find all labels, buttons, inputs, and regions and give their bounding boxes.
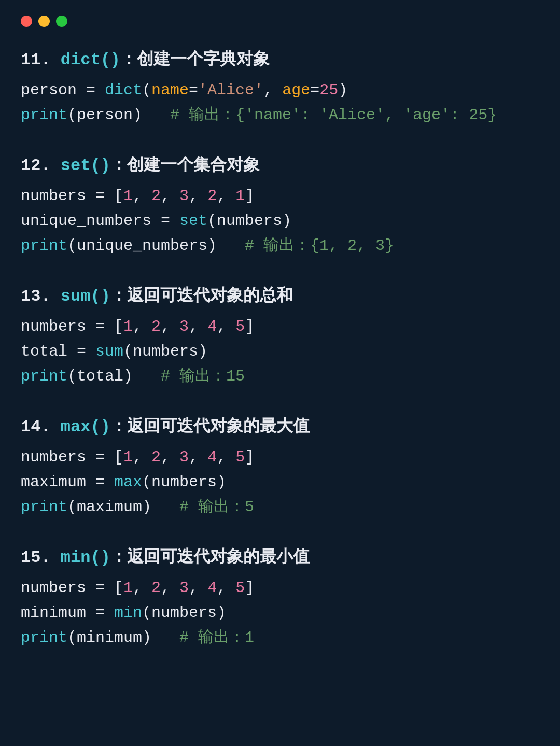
section-max-title: 14. max()：返回可迭代对象的最大值 (21, 415, 539, 438)
set-line-1: numbers = [1, 2, 3, 2, 1] (21, 184, 539, 208)
min-line-1: numbers = [1, 2, 3, 4, 5] (21, 575, 539, 600)
max-line-3: print(maximum) # 输出：5 (21, 495, 539, 519)
section-set: 12. set()：创建一个集合对象 numbers = [1, 2, 3, 2… (21, 153, 539, 258)
section-sum-title: 13. sum()：返回可迭代对象的总和 (21, 284, 539, 307)
min-line-3: print(minimum) # 输出：1 (21, 625, 539, 650)
min-line-2: minimum = min(numbers) (21, 600, 539, 625)
dict-line-2: print(person) # 输出：{'name': 'Alice', 'ag… (21, 103, 539, 128)
dict-line-1: person = dict(name='Alice', age=25) (21, 78, 539, 103)
sum-line-2: total = sum(numbers) (21, 339, 539, 364)
maximize-dot[interactable] (56, 16, 67, 27)
minimize-dot[interactable] (38, 16, 50, 27)
close-dot[interactable] (21, 16, 32, 27)
section-max: 14. max()：返回可迭代对象的最大值 numbers = [1, 2, 3… (21, 415, 539, 519)
title-bar (21, 16, 539, 27)
sum-line-1: numbers = [1, 2, 3, 4, 5] (21, 314, 539, 339)
section-min: 15. min()：返回可迭代对象的最小值 numbers = [1, 2, 3… (21, 545, 539, 650)
sum-line-3: print(total) # 输出：15 (21, 364, 539, 389)
section-set-title: 12. set()：创建一个集合对象 (21, 153, 539, 176)
set-line-3: print(unique_numbers) # 输出：{1, 2, 3} (21, 233, 539, 258)
section-dict: 11. dict()：创建一个字典对象 person = dict(name='… (21, 48, 539, 128)
max-line-2: maximum = max(numbers) (21, 470, 539, 495)
section-min-title: 15. min()：返回可迭代对象的最小值 (21, 545, 539, 568)
main-window: 11. dict()：创建一个字典对象 person = dict(name='… (0, 0, 560, 746)
section-dict-title: 11. dict()：创建一个字典对象 (21, 48, 539, 71)
max-line-1: numbers = [1, 2, 3, 4, 5] (21, 445, 539, 470)
set-line-2: unique_numbers = set(numbers) (21, 208, 539, 233)
section-sum: 13. sum()：返回可迭代对象的总和 numbers = [1, 2, 3,… (21, 284, 539, 389)
